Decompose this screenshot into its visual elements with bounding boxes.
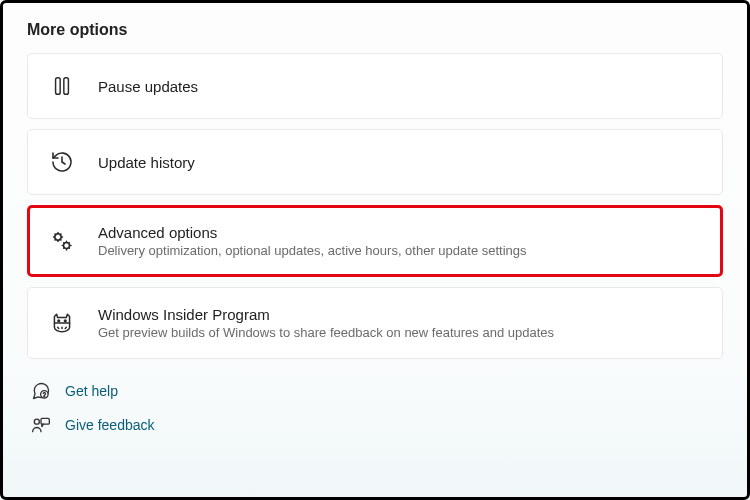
svg-rect-1 — [64, 78, 69, 95]
section-title: More options — [27, 21, 723, 39]
svg-rect-0 — [56, 78, 61, 95]
option-text: Advanced options Delivery optimization, … — [98, 224, 527, 258]
gears-icon — [48, 227, 76, 255]
help-links: Get help Give feedback — [27, 381, 723, 435]
give-feedback-link[interactable]: Give feedback — [31, 415, 723, 435]
option-text: Pause updates — [98, 78, 198, 95]
feedback-icon — [31, 415, 51, 435]
option-text: Update history — [98, 154, 195, 171]
option-label: Advanced options — [98, 224, 527, 241]
svg-point-5 — [64, 320, 66, 322]
update-history-option[interactable]: Update history — [27, 129, 723, 195]
svg-point-8 — [34, 419, 39, 424]
svg-rect-9 — [41, 418, 49, 424]
history-icon — [48, 148, 76, 176]
ninja-cat-icon — [48, 309, 76, 337]
svg-point-7 — [44, 396, 45, 397]
option-label: Update history — [98, 154, 195, 171]
advanced-options-option[interactable]: Advanced options Delivery optimization, … — [27, 205, 723, 277]
option-sublabel: Get preview builds of Windows to share f… — [98, 325, 554, 340]
option-label: Pause updates — [98, 78, 198, 95]
pause-icon — [48, 72, 76, 100]
pause-updates-option[interactable]: Pause updates — [27, 53, 723, 119]
svg-point-4 — [58, 320, 60, 322]
option-label: Windows Insider Program — [98, 306, 554, 323]
help-icon — [31, 381, 51, 401]
option-sublabel: Delivery optimization, optional updates,… — [98, 243, 527, 258]
option-text: Windows Insider Program Get preview buil… — [98, 306, 554, 340]
link-label: Get help — [65, 383, 118, 399]
windows-insider-option[interactable]: Windows Insider Program Get preview buil… — [27, 287, 723, 359]
link-label: Give feedback — [65, 417, 155, 433]
get-help-link[interactable]: Get help — [31, 381, 723, 401]
